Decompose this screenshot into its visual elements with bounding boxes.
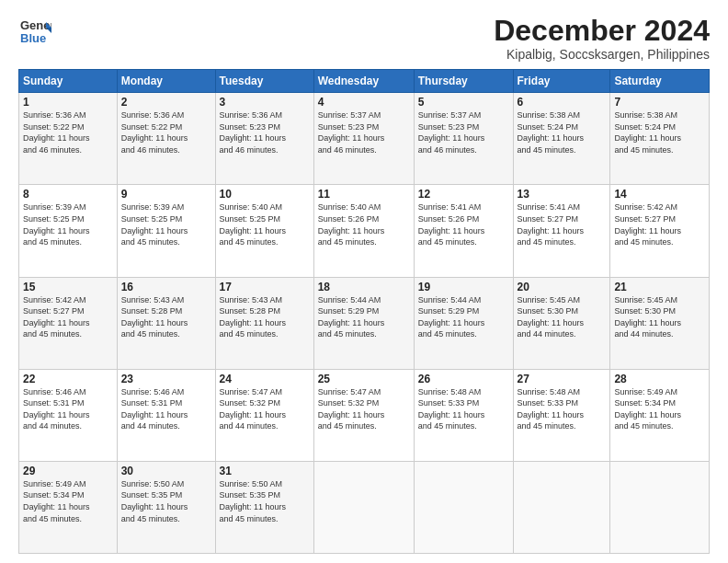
calendar-cell: 30Sunrise: 5:50 AM Sunset: 5:35 PM Dayli… <box>117 461 215 553</box>
day-info: Sunrise: 5:41 AM Sunset: 5:26 PM Dayligh… <box>418 201 509 247</box>
day-number: 16 <box>121 281 211 293</box>
day-info: Sunrise: 5:49 AM Sunset: 5:34 PM Dayligh… <box>23 478 113 524</box>
calendar-cell: 6Sunrise: 5:38 AM Sunset: 5:24 PM Daylig… <box>513 93 610 185</box>
calendar-cell: 2Sunrise: 5:36 AM Sunset: 5:22 PM Daylig… <box>117 93 215 185</box>
day-info: Sunrise: 5:36 AM Sunset: 5:23 PM Dayligh… <box>220 109 310 155</box>
calendar-cell: 9Sunrise: 5:39 AM Sunset: 5:25 PM Daylig… <box>117 185 215 277</box>
calendar-cell: 1Sunrise: 5:36 AM Sunset: 5:22 PM Daylig… <box>19 93 118 185</box>
day-number: 24 <box>220 373 310 385</box>
day-number: 22 <box>23 373 113 385</box>
col-wednesday: Wednesday <box>313 70 414 93</box>
day-info: Sunrise: 5:46 AM Sunset: 5:31 PM Dayligh… <box>23 386 113 432</box>
calendar-cell: 23Sunrise: 5:46 AM Sunset: 5:31 PM Dayli… <box>117 369 215 461</box>
calendar-cell <box>610 461 710 553</box>
calendar-cell: 21Sunrise: 5:45 AM Sunset: 5:30 PM Dayli… <box>610 277 710 369</box>
calendar-cell: 16Sunrise: 5:43 AM Sunset: 5:28 PM Dayli… <box>117 277 215 369</box>
day-number: 13 <box>518 188 607 201</box>
day-number: 25 <box>318 373 410 385</box>
day-number: 7 <box>614 96 705 109</box>
svg-text:Blue: Blue <box>20 31 46 45</box>
calendar-cell: 11Sunrise: 5:40 AM Sunset: 5:26 PM Dayli… <box>313 185 414 277</box>
day-number: 9 <box>121 188 211 201</box>
calendar-cell: 25Sunrise: 5:47 AM Sunset: 5:32 PM Dayli… <box>313 369 414 461</box>
calendar-cell: 4Sunrise: 5:37 AM Sunset: 5:23 PM Daylig… <box>313 93 414 185</box>
calendar-table: Sunday Monday Tuesday Wednesday Thursday… <box>18 69 710 554</box>
col-tuesday: Tuesday <box>215 70 313 93</box>
day-number: 4 <box>318 96 410 109</box>
day-info: Sunrise: 5:50 AM Sunset: 5:35 PM Dayligh… <box>121 478 211 524</box>
day-number: 31 <box>220 465 310 477</box>
day-info: Sunrise: 5:45 AM Sunset: 5:30 PM Dayligh… <box>614 294 705 340</box>
calendar-cell: 27Sunrise: 5:48 AM Sunset: 5:33 PM Dayli… <box>513 369 610 461</box>
calendar-cell: 5Sunrise: 5:37 AM Sunset: 5:23 PM Daylig… <box>414 93 513 185</box>
title-block: December 2024 Kipalbig, Soccsksargen, Ph… <box>494 15 710 62</box>
calendar-cell: 10Sunrise: 5:40 AM Sunset: 5:25 PM Dayli… <box>215 185 313 277</box>
day-number: 20 <box>518 281 607 293</box>
day-info: Sunrise: 5:39 AM Sunset: 5:25 PM Dayligh… <box>23 201 113 247</box>
main-title: December 2024 <box>494 15 710 47</box>
day-info: Sunrise: 5:44 AM Sunset: 5:29 PM Dayligh… <box>418 294 509 340</box>
day-info: Sunrise: 5:49 AM Sunset: 5:34 PM Dayligh… <box>614 386 705 432</box>
calendar-cell <box>513 461 610 553</box>
day-number: 12 <box>418 188 509 201</box>
calendar-cell: 12Sunrise: 5:41 AM Sunset: 5:26 PM Dayli… <box>414 185 513 277</box>
day-info: Sunrise: 5:47 AM Sunset: 5:32 PM Dayligh… <box>220 386 310 432</box>
calendar-cell: 20Sunrise: 5:45 AM Sunset: 5:30 PM Dayli… <box>513 277 610 369</box>
day-info: Sunrise: 5:41 AM Sunset: 5:27 PM Dayligh… <box>518 201 607 247</box>
day-number: 28 <box>614 373 705 385</box>
day-info: Sunrise: 5:44 AM Sunset: 5:29 PM Dayligh… <box>318 294 410 340</box>
calendar-cell: 8Sunrise: 5:39 AM Sunset: 5:25 PM Daylig… <box>19 185 118 277</box>
day-info: Sunrise: 5:45 AM Sunset: 5:30 PM Dayligh… <box>518 294 607 340</box>
day-number: 27 <box>518 373 607 385</box>
day-number: 19 <box>418 281 509 293</box>
calendar-page: General Blue December 2024 Kipalbig, Soc… <box>0 0 728 563</box>
day-number: 5 <box>418 96 509 109</box>
calendar-cell <box>414 461 513 553</box>
logo-icon: General Blue <box>18 15 51 48</box>
col-thursday: Thursday <box>414 70 513 93</box>
day-info: Sunrise: 5:50 AM Sunset: 5:35 PM Dayligh… <box>220 478 310 524</box>
day-number: 14 <box>614 188 705 201</box>
week-row-4: 22Sunrise: 5:46 AM Sunset: 5:31 PM Dayli… <box>19 369 710 461</box>
calendar-cell: 13Sunrise: 5:41 AM Sunset: 5:27 PM Dayli… <box>513 185 610 277</box>
subtitle: Kipalbig, Soccsksargen, Philippines <box>494 47 710 62</box>
calendar-cell: 17Sunrise: 5:43 AM Sunset: 5:28 PM Dayli… <box>215 277 313 369</box>
calendar-cell: 29Sunrise: 5:49 AM Sunset: 5:34 PM Dayli… <box>19 461 118 553</box>
calendar-cell: 24Sunrise: 5:47 AM Sunset: 5:32 PM Dayli… <box>215 369 313 461</box>
day-number: 23 <box>121 373 211 385</box>
day-info: Sunrise: 5:38 AM Sunset: 5:24 PM Dayligh… <box>614 109 705 155</box>
calendar-cell: 3Sunrise: 5:36 AM Sunset: 5:23 PM Daylig… <box>215 93 313 185</box>
header-row: Sunday Monday Tuesday Wednesday Thursday… <box>19 70 710 93</box>
calendar-cell: 22Sunrise: 5:46 AM Sunset: 5:31 PM Dayli… <box>19 369 118 461</box>
day-info: Sunrise: 5:36 AM Sunset: 5:22 PM Dayligh… <box>23 109 113 155</box>
day-number: 6 <box>518 96 607 109</box>
col-monday: Monday <box>117 70 215 93</box>
calendar-cell <box>313 461 414 553</box>
week-row-5: 29Sunrise: 5:49 AM Sunset: 5:34 PM Dayli… <box>19 461 710 553</box>
day-number: 29 <box>23 465 113 477</box>
day-number: 10 <box>220 188 310 201</box>
calendar-cell: 15Sunrise: 5:42 AM Sunset: 5:27 PM Dayli… <box>19 277 118 369</box>
day-number: 2 <box>121 96 211 109</box>
calendar-cell: 28Sunrise: 5:49 AM Sunset: 5:34 PM Dayli… <box>610 369 710 461</box>
day-number: 8 <box>23 188 113 201</box>
day-info: Sunrise: 5:38 AM Sunset: 5:24 PM Dayligh… <box>518 109 607 155</box>
day-number: 26 <box>418 373 509 385</box>
day-info: Sunrise: 5:42 AM Sunset: 5:27 PM Dayligh… <box>614 201 705 247</box>
day-info: Sunrise: 5:47 AM Sunset: 5:32 PM Dayligh… <box>318 386 410 432</box>
day-number: 30 <box>121 465 211 477</box>
col-sunday: Sunday <box>19 70 118 93</box>
week-row-3: 15Sunrise: 5:42 AM Sunset: 5:27 PM Dayli… <box>19 277 710 369</box>
day-number: 17 <box>220 281 310 293</box>
day-info: Sunrise: 5:37 AM Sunset: 5:23 PM Dayligh… <box>318 109 410 155</box>
day-number: 18 <box>318 281 410 293</box>
day-info: Sunrise: 5:48 AM Sunset: 5:33 PM Dayligh… <box>518 386 607 432</box>
logo: General Blue <box>18 15 55 48</box>
day-info: Sunrise: 5:42 AM Sunset: 5:27 PM Dayligh… <box>23 294 113 340</box>
calendar-cell: 18Sunrise: 5:44 AM Sunset: 5:29 PM Dayli… <box>313 277 414 369</box>
calendar-cell: 31Sunrise: 5:50 AM Sunset: 5:35 PM Dayli… <box>215 461 313 553</box>
calendar-cell: 19Sunrise: 5:44 AM Sunset: 5:29 PM Dayli… <box>414 277 513 369</box>
calendar-cell: 14Sunrise: 5:42 AM Sunset: 5:27 PM Dayli… <box>610 185 710 277</box>
week-row-1: 1Sunrise: 5:36 AM Sunset: 5:22 PM Daylig… <box>19 93 710 185</box>
day-info: Sunrise: 5:40 AM Sunset: 5:25 PM Dayligh… <box>220 201 310 247</box>
